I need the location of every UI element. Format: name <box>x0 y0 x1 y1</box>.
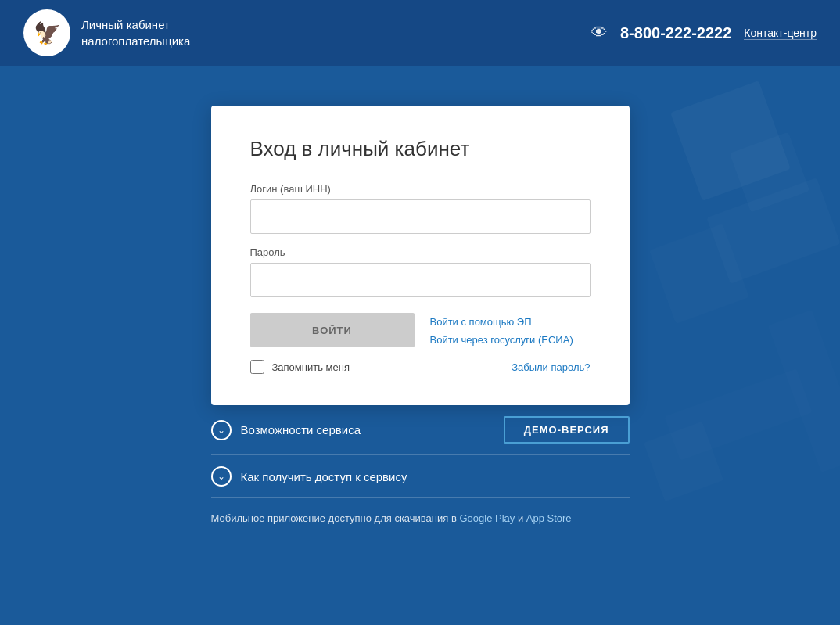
title-line2: налогоплательщика <box>81 33 190 49</box>
header-title: Личный кабинет налогоплательщика <box>81 16 190 49</box>
login-input[interactable] <box>250 199 591 234</box>
main-content: Вход в личный кабинет Логин (ваш ИНН) Па… <box>0 66 840 524</box>
access-label: Как получить доступ к сервису <box>241 470 407 483</box>
remember-checkbox[interactable] <box>250 360 264 374</box>
accordion-item-features[interactable]: ⌄ Возможности сервиса ДЕМО-ВЕРСИЯ <box>211 405 630 455</box>
mobile-text: Мобильное приложение доступно для скачив… <box>211 512 457 524</box>
login-field-group: Логин (ваш ИНН) <box>250 183 591 234</box>
bottom-section: ⌄ Возможности сервиса ДЕМО-ВЕРСИЯ ⌄ Как … <box>211 405 630 524</box>
title-line1: Личный кабинет <box>81 16 190 33</box>
login-button[interactable]: ВОЙТИ <box>250 313 415 347</box>
password-label: Пароль <box>250 246 591 258</box>
contact-center-link[interactable]: Контакт-центр <box>744 27 817 40</box>
header-right: 👁 8-800-222-2222 Контакт-центр <box>591 23 817 43</box>
eye-icon: 👁 <box>591 23 608 43</box>
remember-label: Запомнить меня <box>272 361 350 373</box>
gosuslugi-login-link[interactable]: Войти через госуслуги (ЕСИА) <box>430 334 573 346</box>
chevron-features-icon: ⌄ <box>211 420 232 440</box>
accordion-item-access[interactable]: ⌄ Как получить доступ к сервису <box>211 455 630 498</box>
form-actions: ВОЙТИ Войти с помощью ЭП Войти через гос… <box>250 313 591 347</box>
header-left: 🦅 Личный кабинет налогоплательщика <box>23 9 190 56</box>
features-label: Возможности сервиса <box>241 423 361 436</box>
password-field-group: Пароль <box>250 246 591 297</box>
login-links: Войти с помощью ЭП Войти через госуслуги… <box>430 313 573 346</box>
header: 🦅 Личный кабинет налогоплательщика 👁 8-8… <box>0 0 840 66</box>
and-text: и <box>518 512 526 524</box>
logo: 🦅 <box>23 9 70 56</box>
logo-emblem: 🦅 <box>34 20 61 46</box>
phone-number: 8-800-222-2222 <box>620 24 731 42</box>
password-input[interactable] <box>250 263 591 297</box>
forgot-password-link[interactable]: Забыли пароль? <box>512 361 590 373</box>
chevron-access-icon: ⌄ <box>211 466 232 487</box>
app-store-link[interactable]: App Store <box>526 512 572 524</box>
google-play-link[interactable]: Google Play <box>459 512 515 524</box>
login-card: Вход в личный кабинет Логин (ваш ИНН) Па… <box>211 106 630 405</box>
demo-button[interactable]: ДЕМО-ВЕРСИЯ <box>504 416 630 444</box>
ep-login-link[interactable]: Войти с помощью ЭП <box>430 316 573 328</box>
remember-row: Запомнить меня Забыли пароль? <box>250 360 591 374</box>
mobile-app-row: Мобильное приложение доступно для скачив… <box>211 512 630 524</box>
login-label: Логин (ваш ИНН) <box>250 183 591 195</box>
login-title: Вход в личный кабинет <box>250 137 591 161</box>
